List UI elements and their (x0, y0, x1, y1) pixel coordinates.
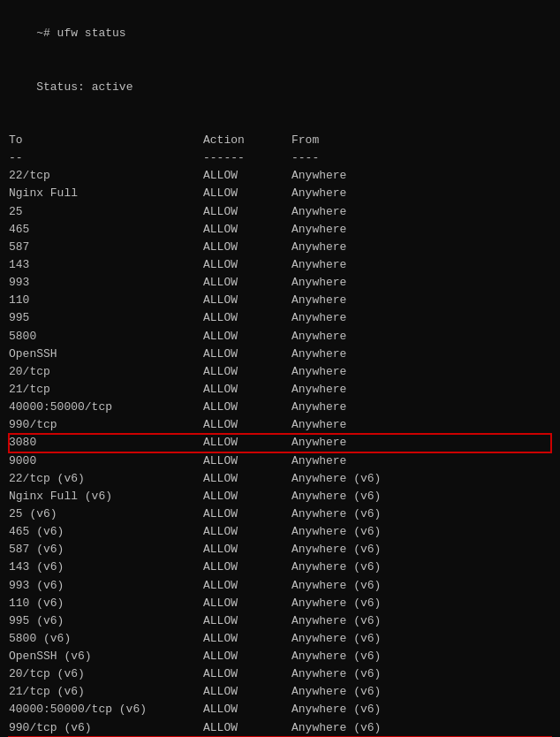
cell-to: 20/tcp (v6) (9, 665, 203, 683)
cell-from: Anywhere (291, 221, 346, 239)
col-action-header: Action (203, 132, 291, 149)
cell-to: 110 (9, 292, 203, 309)
cell-action: ALLOW (203, 381, 291, 399)
table-row: 9000ALLOWAnywhere (9, 452, 551, 470)
cell-action: ALLOW (203, 167, 291, 185)
cell-action: ALLOW (203, 328, 291, 346)
cell-from: Anywhere (v6) (291, 612, 381, 630)
cell-from: Anywhere (291, 416, 346, 434)
cell-from: Anywhere (v6) (291, 523, 381, 541)
cell-from: Anywhere (291, 292, 346, 309)
cell-to: 995 (9, 309, 203, 327)
cell-action: ALLOW (203, 665, 291, 683)
cell-to: 40000:50000/tcp (9, 399, 203, 416)
cell-to: 993 (9, 274, 203, 292)
cell-to: 5800 (9, 328, 203, 346)
table-row: OpenSSHALLOWAnywhere (9, 346, 551, 363)
cell-action: ALLOW (203, 434, 291, 452)
cell-from: Anywhere (291, 328, 346, 346)
cell-from: Anywhere (291, 346, 346, 363)
cell-action: ALLOW (203, 363, 291, 381)
table-row: 993ALLOWAnywhere (9, 274, 551, 292)
prompt-line: ~# ufw status (9, 7, 551, 60)
cell-to: Nginx Full (v6) (9, 488, 203, 505)
table-row: 995 (v6)ALLOWAnywhere (v6) (9, 612, 551, 630)
table-row: 25ALLOWAnywhere (9, 203, 551, 221)
table-row: 22/tcpALLOWAnywhere (9, 167, 551, 185)
cell-from: Anywhere (v6) (291, 505, 381, 523)
cell-to: 990/tcp (9, 416, 203, 434)
table-row: 110ALLOWAnywhere (9, 292, 551, 309)
cell-action: ALLOW (203, 470, 291, 488)
table-row: OpenSSH (v6)ALLOWAnywhere (v6) (9, 648, 551, 665)
cell-to: 21/tcp (9, 381, 203, 399)
cell-to: 465 (v6) (9, 523, 203, 541)
cell-action: ALLOW (203, 256, 291, 274)
cell-action: ALLOW (203, 399, 291, 416)
cell-to: 587 (v6) (9, 541, 203, 558)
cell-to: 22/tcp (v6) (9, 470, 203, 488)
table-row: 587 (v6)ALLOWAnywhere (v6) (9, 541, 551, 558)
table-row: 990/tcpALLOWAnywhere (9, 416, 551, 434)
cell-to: 9000 (9, 452, 203, 470)
cell-action: ALLOW (203, 185, 291, 202)
table-row: 5800ALLOWAnywhere (9, 328, 551, 346)
cell-from: Anywhere (v6) (291, 665, 381, 683)
cell-action: ALLOW (203, 612, 291, 630)
blank-line-1 (9, 114, 551, 132)
cell-to: 995 (v6) (9, 612, 203, 630)
cell-to: 143 (9, 256, 203, 274)
cell-to: 990/tcp (v6) (9, 719, 203, 737)
table-row: 40000:50000/tcp (v6)ALLOWAnywhere (v6) (9, 701, 551, 718)
status-line: Status: active (9, 60, 551, 113)
cell-action: ALLOW (203, 309, 291, 327)
cell-action: ALLOW (203, 221, 291, 239)
cell-action: ALLOW (203, 648, 291, 665)
status-text: Status: active (36, 80, 132, 94)
prompt-text: ~# ufw status (36, 27, 125, 40)
cell-action: ALLOW (203, 416, 291, 434)
table-row: 21/tcp (v6)ALLOWAnywhere (v6) (9, 683, 551, 701)
cell-action: ALLOW (203, 701, 291, 718)
table-row: 22/tcp (v6)ALLOWAnywhere (v6) (9, 470, 551, 488)
cell-to: 22/tcp (9, 167, 203, 185)
table-row: 993 (v6)ALLOWAnywhere (v6) (9, 577, 551, 595)
cell-to: 143 (v6) (9, 558, 203, 576)
table-row: 143ALLOWAnywhere (9, 256, 551, 274)
cell-from: Anywhere (291, 167, 346, 185)
table-row: 25 (v6)ALLOWAnywhere (v6) (9, 505, 551, 523)
cell-from: Anywhere (291, 434, 346, 452)
table-row: 20/tcp (v6)ALLOWAnywhere (v6) (9, 665, 551, 683)
cell-from: Anywhere (291, 363, 346, 381)
table-row: 465 (v6)ALLOWAnywhere (v6) (9, 523, 551, 541)
cell-from: Anywhere (v6) (291, 577, 381, 595)
cell-to: 20/tcp (9, 363, 203, 381)
cell-to: Nginx Full (9, 185, 203, 202)
cell-action: ALLOW (203, 452, 291, 470)
cell-from: Anywhere (v6) (291, 558, 381, 576)
column-header: To Action From (9, 132, 551, 149)
table-row: Nginx Full (v6)ALLOWAnywhere (v6) (9, 488, 551, 505)
table-row: 995ALLOWAnywhere (9, 309, 551, 327)
table-row: 5800 (v6)ALLOWAnywhere (v6) (9, 630, 551, 648)
table-row: 143 (v6)ALLOWAnywhere (v6) (9, 558, 551, 576)
table-row: 990/tcp (v6)ALLOWAnywhere (v6) (9, 719, 551, 737)
cell-action: ALLOW (203, 719, 291, 737)
cell-action: ALLOW (203, 577, 291, 595)
cell-to: 40000:50000/tcp (v6) (9, 701, 203, 718)
cell-to: 21/tcp (v6) (9, 683, 203, 701)
cell-from: Anywhere (291, 203, 346, 221)
table-row: 3080ALLOWAnywhere (9, 434, 551, 452)
cell-to: 993 (v6) (9, 577, 203, 595)
cell-from: Anywhere (291, 256, 346, 274)
cell-to: 465 (9, 221, 203, 239)
cell-action: ALLOW (203, 595, 291, 612)
cell-action: ALLOW (203, 630, 291, 648)
table-row: 465ALLOWAnywhere (9, 221, 551, 239)
cell-to: 25 (9, 203, 203, 221)
sep-to: -- (9, 149, 203, 167)
cell-action: ALLOW (203, 203, 291, 221)
cell-from: Anywhere (v6) (291, 630, 381, 648)
cell-action: ALLOW (203, 239, 291, 256)
cell-from: Anywhere (291, 309, 346, 327)
